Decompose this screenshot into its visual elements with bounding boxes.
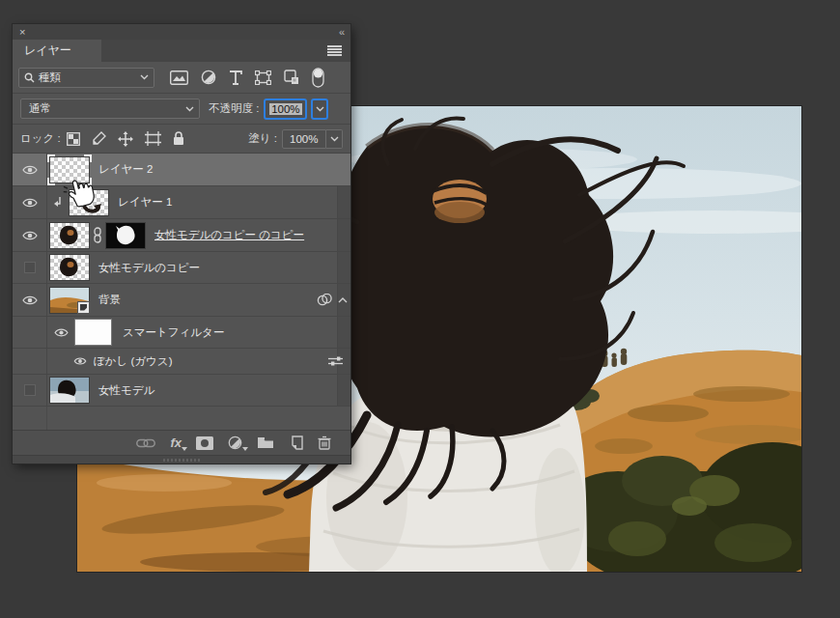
panel-bottom-toolbar: fx — [13, 430, 350, 455]
close-icon[interactable]: × — [19, 27, 25, 37]
visibility-toggle[interactable] — [13, 230, 46, 241]
layer-name[interactable]: 女性モデルのコピー — [98, 261, 200, 275]
chevron-down-icon — [330, 136, 339, 142]
filter-kind-dropdown[interactable]: 種類 — [18, 68, 154, 88]
fill-value: 100% — [290, 133, 318, 145]
smart-filters-row[interactable]: スマートフィルター — [13, 317, 350, 349]
visibility-toggle[interactable] — [46, 327, 75, 338]
panel-titlebar: × « — [13, 24, 350, 40]
eye-icon — [22, 164, 38, 176]
opacity-input[interactable]: 100% — [264, 98, 307, 120]
smart-filters-label[interactable]: スマートフィルター — [123, 325, 224, 340]
visibility-toggle[interactable] — [13, 164, 46, 176]
layer-thumbnail[interactable] — [50, 223, 89, 248]
fill-label: 塗り : — [248, 131, 277, 146]
eye-icon — [54, 327, 69, 338]
eye-icon — [22, 197, 38, 209]
adjustment-filter-icon[interactable] — [201, 70, 216, 85]
filter-mask-thumbnail[interactable] — [75, 320, 111, 345]
fill-dropdown-button[interactable] — [326, 129, 343, 149]
hidden-eye-well — [24, 384, 36, 396]
chevron-down-icon — [140, 74, 149, 80]
layer-thumbnail[interactable] — [50, 378, 89, 403]
opacity-label: 不透明度 : — [209, 101, 259, 116]
eye-icon — [22, 230, 38, 241]
panel-tabbar: レイヤー — [13, 40, 350, 62]
chevron-down-icon — [185, 106, 194, 112]
blend-opacity-row: 通常 不透明度 : 100% — [13, 94, 350, 125]
layer-row-model[interactable]: 女性モデル — [13, 375, 350, 407]
tab-layers[interactable]: レイヤー — [13, 40, 101, 62]
filter-row-gaussian-blur[interactable]: ぼかし (ガウス) — [13, 349, 350, 375]
lock-transparency-icon[interactable] — [67, 132, 80, 146]
layer-row-model-copy2[interactable]: 女性モデルのコピー のコピー — [13, 219, 350, 252]
filter-blend-options-icon[interactable] — [328, 355, 343, 367]
layer-thumbnail[interactable] — [50, 255, 89, 280]
add-mask-icon[interactable] — [196, 436, 213, 450]
panel-menu-icon[interactable] — [327, 45, 342, 56]
smart-object-filter-icon[interactable] — [284, 70, 299, 85]
lock-position-icon[interactable] — [118, 131, 133, 147]
lock-artboard-icon[interactable] — [145, 131, 161, 146]
layer-row-model-copy[interactable]: 女性モデルのコピー — [13, 252, 350, 284]
layer-list-empty-area — [13, 407, 350, 430]
layer-name[interactable]: 女性モデルのコピー のコピー — [154, 228, 304, 242]
panel-resize-grip[interactable] — [13, 455, 350, 464]
blend-mode-value: 通常 — [29, 101, 51, 116]
new-layer-icon[interactable] — [289, 435, 303, 450]
lock-all-icon[interactable] — [173, 131, 184, 146]
layer-name[interactable]: レイヤー 2 — [98, 162, 153, 177]
layers-panel: × « レイヤー 種類 — [13, 24, 350, 464]
smart-filter-icon — [317, 294, 333, 306]
visibility-toggle[interactable] — [13, 295, 46, 306]
hand-cursor — [62, 176, 95, 211]
layer-thumbnail[interactable] — [50, 288, 89, 313]
layer-filter-row: 種類 — [13, 62, 350, 94]
filter-kind-label: 種類 — [39, 70, 61, 85]
blend-mode-dropdown[interactable]: 通常 — [20, 98, 200, 119]
layer-name[interactable]: レイヤー 1 — [118, 195, 172, 210]
layer-style-icon[interactable]: fx — [170, 435, 182, 450]
collapse-panel-icon[interactable]: « — [339, 26, 344, 38]
eye-icon — [22, 295, 38, 306]
hidden-eye-well — [24, 262, 36, 273]
visibility-toggle[interactable] — [13, 197, 46, 209]
smart-object-badge — [77, 301, 90, 314]
new-group-icon[interactable] — [257, 436, 274, 449]
shape-filter-icon[interactable] — [255, 70, 271, 85]
text-filter-icon[interactable] — [229, 70, 242, 85]
mask-link-icon[interactable] — [93, 227, 102, 243]
photoshop-workspace: × « レイヤー 種類 — [0, 0, 840, 618]
filter-name[interactable]: ぼかし (ガウス) — [94, 354, 172, 369]
opacity-value: 100% — [269, 103, 301, 115]
layer-name[interactable]: 女性モデル — [98, 383, 154, 398]
visibility-toggle[interactable] — [13, 384, 46, 396]
delete-layer-icon[interactable] — [318, 435, 331, 450]
search-icon — [24, 72, 35, 83]
visibility-toggle[interactable] — [13, 262, 46, 273]
lock-fill-row: ロック : — [13, 125, 350, 154]
adjustment-layer-icon[interactable] — [228, 435, 242, 450]
lock-label: ロック : — [20, 131, 61, 146]
layer-row-background[interactable]: 背景 — [13, 284, 350, 317]
lock-image-icon[interactable] — [92, 131, 106, 146]
layer-name[interactable]: 背景 — [98, 293, 121, 307]
link-layers-icon[interactable] — [136, 438, 155, 448]
pixel-layer-filter-icon[interactable] — [170, 70, 188, 85]
opacity-dropdown-button[interactable] — [311, 98, 328, 120]
eye-icon[interactable] — [73, 356, 87, 366]
collapse-smart-filters-icon[interactable] — [338, 297, 348, 303]
filter-toggle-icon[interactable] — [312, 68, 324, 88]
fill-input[interactable]: 100% — [282, 129, 326, 149]
chevron-down-icon — [316, 106, 324, 112]
layer-mask-thumbnail[interactable] — [106, 223, 145, 248]
